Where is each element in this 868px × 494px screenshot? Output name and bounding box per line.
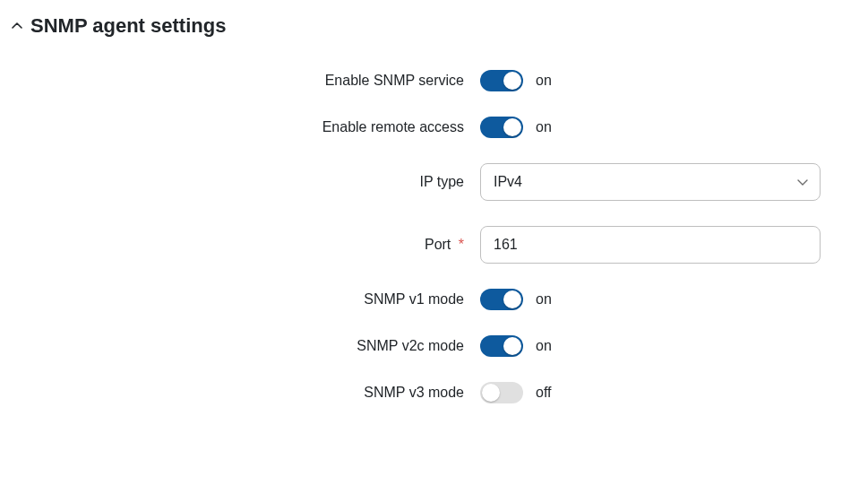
row-port: Port *	[11, 226, 857, 264]
input-port[interactable]	[480, 226, 821, 264]
toggle-snmp-v3-mode[interactable]	[480, 382, 523, 403]
section-title: SNMP agent settings	[30, 14, 226, 38]
select-ip-type[interactable]: IPv4	[480, 163, 821, 201]
toggle-enable-snmp-service[interactable]	[480, 70, 523, 91]
label-snmp-v1-mode: SNMP v1 mode	[11, 291, 480, 308]
label-snmp-v3-mode: SNMP v3 mode	[11, 385, 480, 401]
label-ip-type: IP type	[11, 174, 480, 190]
toggle-snmp-v1-mode[interactable]	[480, 289, 523, 310]
toggle-state-snmp-v1-mode: on	[536, 291, 552, 308]
toggle-state-enable-remote-access: on	[536, 119, 552, 135]
row-snmp-v1-mode: SNMP v1 mode on	[11, 289, 857, 310]
required-mark: *	[459, 237, 464, 252]
label-port: Port	[425, 237, 451, 252]
row-enable-remote-access: Enable remote access on	[11, 117, 857, 138]
chevron-up-icon	[11, 20, 23, 32]
label-enable-snmp-service: Enable SNMP service	[11, 73, 480, 89]
row-ip-type: IP type IPv4	[11, 163, 857, 201]
toggle-state-enable-snmp-service: on	[536, 73, 552, 89]
row-snmp-v3-mode: SNMP v3 mode off	[11, 382, 857, 403]
label-snmp-v2c-mode: SNMP v2c mode	[11, 338, 480, 354]
toggle-state-snmp-v3-mode: off	[536, 385, 552, 401]
toggle-enable-remote-access[interactable]	[480, 117, 523, 138]
select-ip-type-value: IPv4	[494, 174, 522, 190]
toggle-state-snmp-v2c-mode: on	[536, 338, 552, 354]
row-snmp-v2c-mode: SNMP v2c mode on	[11, 335, 857, 357]
row-enable-snmp-service: Enable SNMP service on	[11, 70, 857, 91]
section-header[interactable]: SNMP agent settings	[11, 14, 857, 38]
label-enable-remote-access: Enable remote access	[11, 119, 480, 135]
toggle-snmp-v2c-mode[interactable]	[480, 335, 523, 357]
